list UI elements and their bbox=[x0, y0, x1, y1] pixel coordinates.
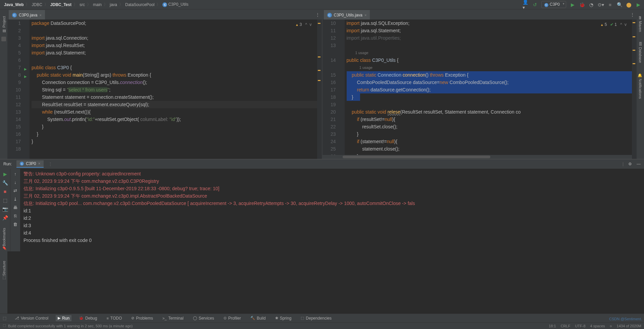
bottom-tool-vcs[interactable]: ⎇Version Control bbox=[13, 315, 50, 321]
code-line[interactable]: import java.sql.SQLException; bbox=[347, 19, 632, 27]
breadcrumb-item[interactable]: DataSourcePool bbox=[124, 2, 156, 7]
lock-icon[interactable]: ⎆ bbox=[610, 324, 612, 328]
code-line[interactable]: return dataSource.getConnection(); bbox=[347, 86, 632, 93]
code-line[interactable]: 1 usage bbox=[347, 49, 632, 56]
run-config-select[interactable]: CC3P0 bbox=[541, 1, 566, 8]
bottom-tool-debug[interactable]: 🐞Debug bbox=[77, 315, 99, 321]
toolwindow-quick-icon[interactable]: ⬚ bbox=[3, 316, 7, 321]
breadcrumb-item[interactable]: main bbox=[92, 2, 103, 7]
breadcrumb-item[interactable]: JDBC bbox=[30, 2, 43, 7]
file-encoding[interactable]: UTF-8 bbox=[575, 324, 585, 328]
code-line[interactable]: public static void main(String[] args) t… bbox=[32, 71, 317, 79]
export-icon[interactable]: ⎘ bbox=[14, 213, 17, 218]
line-separator[interactable]: CRLF bbox=[561, 324, 571, 328]
code-line[interactable]: } bbox=[32, 130, 317, 138]
layout-icon[interactable]: ⬚ bbox=[3, 198, 7, 203]
code-line[interactable]: public static Connection connection() th… bbox=[347, 71, 632, 79]
gear-icon[interactable]: ⚙ bbox=[628, 162, 632, 166]
code-line[interactable]: String sql = "select * from users"; bbox=[32, 86, 317, 93]
up-icon[interactable]: ↑ bbox=[14, 171, 16, 176]
indent-info[interactable]: 4 spaces bbox=[590, 324, 605, 328]
bottom-tool-profiler[interactable]: ⊙Profiler bbox=[221, 315, 243, 321]
horizontal-scrollbar[interactable] bbox=[323, 155, 632, 159]
bottom-tool-spring[interactable]: ❀Spring bbox=[273, 315, 294, 321]
down-icon[interactable]: ↓ bbox=[14, 180, 16, 185]
search-icon[interactable]: 🔍 bbox=[616, 2, 623, 8]
code-line[interactable]: public static void relese(ResultSet resu… bbox=[347, 108, 632, 116]
chevron-nav-icon[interactable]: ^ v bbox=[305, 21, 312, 29]
code-line[interactable]: import java.sql.Statement; bbox=[32, 49, 317, 56]
bottom-tool-services[interactable]: ◯Services bbox=[191, 315, 216, 321]
notifications-tool-tab[interactable]: 🔔Notifications bbox=[638, 73, 643, 99]
code-line[interactable]: } bbox=[347, 130, 632, 138]
run-icon[interactable]: ▶ bbox=[569, 2, 576, 8]
code-line[interactable]: import java.sql.Statement; bbox=[347, 27, 632, 34]
maven-tool-tab[interactable]: mMaven bbox=[638, 16, 642, 32]
close-icon[interactable]: × bbox=[38, 161, 40, 166]
rerun-icon[interactable]: ▶ bbox=[3, 171, 7, 177]
run-tab[interactable]: C C3P0 × bbox=[16, 160, 44, 168]
scroll-icon[interactable]: ⤓ bbox=[13, 197, 17, 202]
code-line[interactable]: if (statement!=null){ bbox=[347, 138, 632, 145]
close-icon[interactable]: × bbox=[364, 13, 366, 17]
code-line[interactable]: public class C3P0_Utils { bbox=[347, 56, 632, 64]
breadcrumb-item[interactable]: java bbox=[108, 2, 118, 7]
bottom-tool-run[interactable]: ▶Run bbox=[56, 315, 71, 321]
profile-icon[interactable]: ⊙▾ bbox=[598, 2, 604, 8]
code-line[interactable]: } bbox=[32, 138, 317, 145]
breadcrumb-item[interactable]: CC3P0_Utils bbox=[161, 2, 190, 7]
bookmarks-tool-tab[interactable]: 🔖Bookmarks bbox=[2, 228, 6, 251]
pin-icon[interactable]: 📌 bbox=[2, 215, 8, 220]
code-line[interactable]: 1 usage bbox=[347, 64, 632, 71]
console-output[interactable]: 警告: Unknown c3p0-config property: acquir… bbox=[20, 169, 644, 251]
code-line[interactable]: while (resultSet.next()){ bbox=[32, 108, 317, 116]
ide-settings-icon[interactable]: ⬤ bbox=[626, 2, 632, 8]
code-line[interactable]: import java.sql.ResultSet; bbox=[32, 42, 317, 49]
sync-icon[interactable]: ↺ bbox=[532, 2, 538, 8]
minimize-icon[interactable]: — bbox=[637, 162, 641, 166]
editor-body-right[interactable]: 5 1 ^ v 10111213141516171819202122232425… bbox=[323, 19, 637, 159]
code-line[interactable]: import java.util.Properties; bbox=[347, 34, 632, 42]
code-line[interactable]: ComboPooledDataSource dataSource=new Com… bbox=[347, 79, 632, 86]
gutter-run-icon[interactable]: ▶ bbox=[24, 66, 27, 73]
warning-count[interactable]: 3 bbox=[295, 21, 302, 29]
camera-icon[interactable]: 📷 bbox=[2, 206, 8, 212]
app-icon[interactable]: ▶ bbox=[635, 2, 641, 8]
code-line[interactable]: } bbox=[32, 123, 317, 130]
editor-body-left[interactable]: 3 ^ v 123456789101112131415161718 ▶▶ pac… bbox=[7, 19, 322, 159]
code-line[interactable]: statement.close(); bbox=[347, 145, 632, 153]
status-square-icon[interactable]: ☐ bbox=[3, 324, 6, 328]
folder-icon[interactable] bbox=[1, 37, 6, 41]
code-line[interactable]: ResultSet resultSet = statement.executeQ… bbox=[32, 101, 317, 108]
stop-icon[interactable]: ■ bbox=[607, 2, 613, 8]
trash-icon[interactable]: 🗑 bbox=[13, 222, 17, 227]
wrench-icon[interactable]: 🔧 bbox=[2, 180, 8, 186]
structure-tool-tab[interactable]: ⬚Structure bbox=[2, 261, 6, 280]
code-line[interactable]: public class C3P0 { bbox=[32, 64, 317, 71]
marker-strip[interactable] bbox=[317, 19, 322, 159]
code-line[interactable] bbox=[32, 56, 317, 64]
ok-count[interactable]: 1 bbox=[610, 21, 617, 29]
code-line[interactable] bbox=[347, 101, 632, 108]
caret-position[interactable]: 18:1 bbox=[549, 324, 556, 328]
bottom-tool-todo[interactable]: ≡TODO bbox=[104, 315, 124, 321]
code-line[interactable]: System.out.println("id:"+resultSet.getOb… bbox=[32, 116, 317, 123]
warning-count[interactable]: 5 bbox=[600, 21, 607, 29]
bottom-tool-terminal[interactable]: >_Terminal bbox=[160, 315, 186, 321]
code-line[interactable] bbox=[32, 27, 317, 34]
breadcrumb-item[interactable]: Java_Web bbox=[3, 2, 25, 7]
chevron-nav-icon[interactable]: ^ v bbox=[620, 21, 627, 29]
memory-indicator[interactable]: 1434 of 2020M bbox=[617, 324, 641, 328]
code-line[interactable]: import java.sql.Connection; bbox=[32, 34, 317, 42]
breadcrumb-item[interactable]: src bbox=[78, 2, 86, 7]
code-line[interactable]: resultSet.close(); bbox=[347, 123, 632, 130]
bottom-tool-deps[interactable]: ⬚Dependencies bbox=[299, 315, 334, 321]
code-line[interactable]: package DataSourcePool; bbox=[32, 19, 317, 27]
debug-icon[interactable]: 🐞 bbox=[579, 2, 585, 8]
tab-more-icon[interactable]: ⋮ bbox=[315, 12, 320, 17]
gutter-run-icon[interactable]: ▶ bbox=[24, 73, 27, 80]
code-line[interactable] bbox=[32, 145, 317, 153]
stop-icon[interactable]: ■ bbox=[4, 189, 6, 194]
coverage-icon[interactable]: ◔ bbox=[588, 2, 594, 8]
close-icon[interactable]: × bbox=[39, 13, 41, 17]
